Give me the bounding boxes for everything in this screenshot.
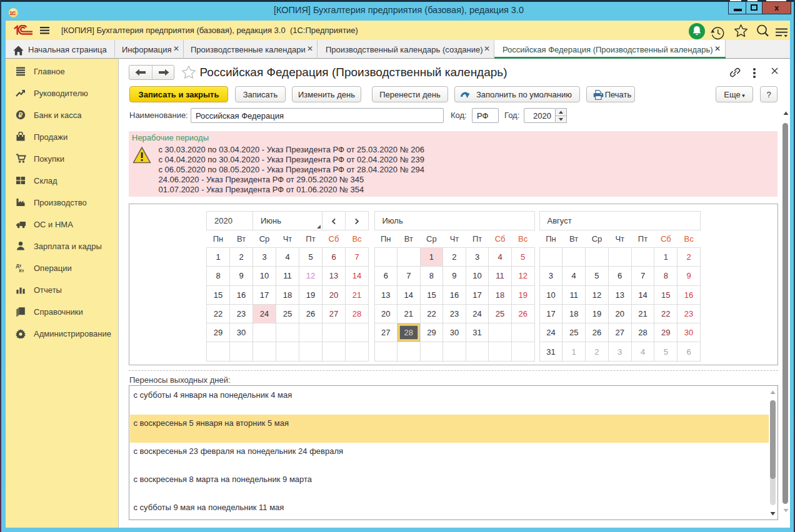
svg-text:₽: ₽ [19,111,23,119]
svg-text:Кт: Кт [19,268,25,273]
